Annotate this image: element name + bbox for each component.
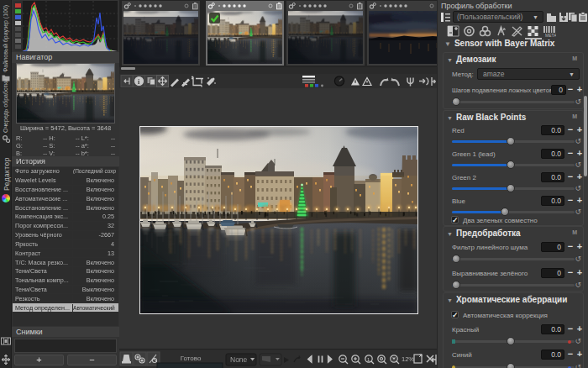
- svg-text:META: META: [545, 33, 556, 38]
- svg-text:12%: 12%: [402, 355, 414, 363]
- svg-text:None: None: [230, 355, 248, 364]
- svg-text:Готово: Готово: [181, 355, 202, 362]
- svg-text:1: 1: [367, 357, 370, 362]
